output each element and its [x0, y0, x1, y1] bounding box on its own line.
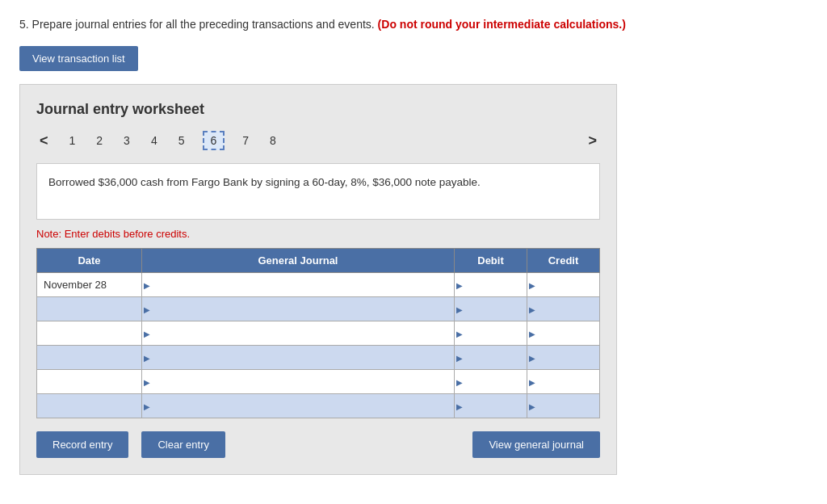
- col-header-debit: Debit: [455, 249, 527, 273]
- worksheet-container: Journal entry worksheet < 1 2 3 4 5 6 7 …: [19, 84, 617, 475]
- question-warning: (Do not round your intermediate calculat…: [378, 18, 626, 31]
- tab-4[interactable]: 4: [148, 132, 161, 149]
- date-cell[interactable]: [37, 346, 142, 370]
- record-entry-button[interactable]: Record entry: [36, 431, 128, 458]
- journal-cell[interactable]: [142, 370, 455, 394]
- question-text: Prepare journal entries for all the prec…: [32, 18, 375, 31]
- tab-2[interactable]: 2: [93, 132, 106, 149]
- journal-cell[interactable]: [142, 394, 455, 418]
- view-general-journal-button[interactable]: View general journal: [472, 431, 600, 458]
- view-transaction-button[interactable]: View transaction list: [19, 46, 138, 71]
- credit-cell[interactable]: [527, 394, 600, 418]
- prev-arrow[interactable]: <: [36, 132, 52, 149]
- date-cell[interactable]: [37, 370, 142, 394]
- credit-cell[interactable]: [527, 346, 600, 370]
- journal-cell[interactable]: [142, 346, 455, 370]
- debit-cell[interactable]: [455, 297, 527, 321]
- journal-cell[interactable]: [142, 273, 455, 297]
- col-header-credit: Credit: [527, 249, 600, 273]
- credit-cell[interactable]: [527, 321, 600, 346]
- clear-entry-button[interactable]: Clear entry: [141, 431, 225, 458]
- debit-cell[interactable]: [455, 394, 527, 418]
- debit-cell[interactable]: [455, 273, 527, 297]
- debit-cell[interactable]: [455, 346, 527, 370]
- credit-cell[interactable]: [527, 370, 600, 394]
- date-cell[interactable]: [37, 297, 142, 321]
- table-row: November 28: [37, 273, 600, 297]
- credit-cell[interactable]: [527, 273, 600, 297]
- tab-navigation: < 1 2 3 4 5 6 7 8 >: [36, 131, 600, 150]
- debit-cell[interactable]: [455, 321, 527, 346]
- note-text: Note: Enter debits before credits.: [36, 228, 600, 240]
- tab-5[interactable]: 5: [175, 132, 188, 149]
- journal-table: Date General Journal Debit Credit Novemb…: [36, 248, 600, 418]
- journal-cell[interactable]: [142, 297, 455, 321]
- worksheet-title: Journal entry worksheet: [36, 101, 600, 118]
- tab-8[interactable]: 8: [267, 132, 279, 149]
- date-cell[interactable]: [37, 321, 142, 346]
- tab-6[interactable]: 6: [203, 131, 225, 150]
- date-cell[interactable]: November 28: [37, 273, 142, 297]
- tab-7[interactable]: 7: [239, 132, 252, 149]
- debit-cell[interactable]: [455, 370, 527, 394]
- table-row: [37, 370, 600, 394]
- action-buttons: Record entry Clear entry View general jo…: [36, 431, 600, 458]
- tab-1[interactable]: 1: [66, 132, 79, 149]
- tab-3[interactable]: 3: [120, 132, 133, 149]
- table-row: [37, 346, 600, 370]
- table-row: [37, 394, 600, 418]
- table-row: [37, 297, 600, 321]
- journal-cell[interactable]: [142, 321, 455, 346]
- question-number: 5.: [19, 18, 29, 31]
- credit-cell[interactable]: [527, 297, 600, 321]
- col-header-general-journal: General Journal: [142, 249, 455, 273]
- next-arrow[interactable]: >: [585, 132, 600, 149]
- transaction-description: Borrowed $36,000 cash from Fargo Bank by…: [36, 163, 600, 220]
- table-row: [37, 321, 600, 346]
- date-cell[interactable]: [37, 394, 142, 418]
- question-header: 5. Prepare journal entries for all the p…: [19, 16, 808, 33]
- col-header-date: Date: [37, 249, 142, 273]
